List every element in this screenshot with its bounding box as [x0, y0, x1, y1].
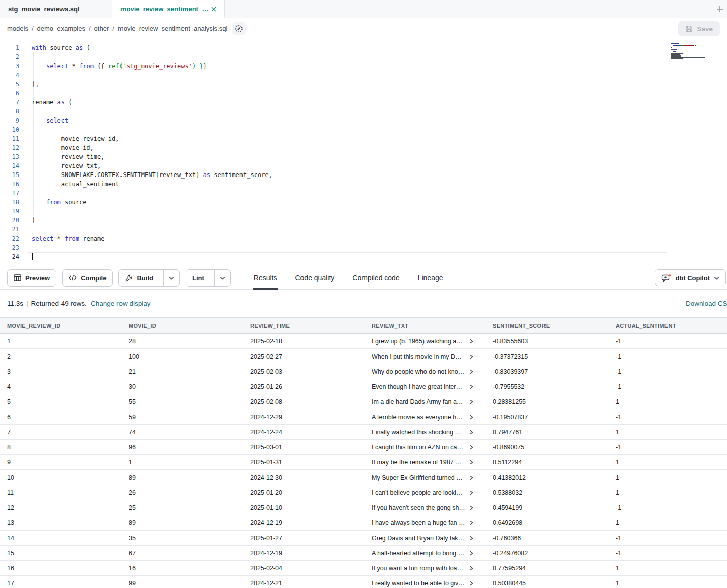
- line-number: 18: [0, 198, 19, 207]
- editor-code-lines[interactable]: with source as ( select * from {{ ref('s…: [32, 43, 272, 261]
- expand-review-icon[interactable]: [469, 430, 474, 435]
- code-line[interactable]: review_txt,: [32, 161, 272, 170]
- cell: 2025-02-18: [243, 338, 365, 345]
- expand-review-icon[interactable]: [469, 505, 474, 510]
- download-csv-link[interactable]: Download CSV: [686, 300, 727, 307]
- query-status: 11.3s | Returned 49 rows.: [7, 300, 87, 307]
- code-line[interactable]: [32, 107, 272, 116]
- line-number: 23: [0, 243, 19, 252]
- code-line[interactable]: select * from rename: [32, 234, 272, 243]
- cell: 35: [122, 535, 243, 542]
- code-line[interactable]: from source: [32, 198, 272, 207]
- cell: -0.760366: [486, 535, 609, 542]
- cell: 67: [122, 550, 243, 557]
- code-line[interactable]: select * from {{ ref('stg_movie_reviews'…: [32, 62, 272, 71]
- column-header: MOVIE_ID: [122, 323, 243, 329]
- text-cursor: [32, 253, 33, 260]
- editor-minimap[interactable]: [671, 43, 708, 68]
- tab-code-quality[interactable]: Code quality: [295, 266, 334, 290]
- breadcrumb-bar: models / demo_examples / other / movie_r…: [0, 18, 727, 39]
- breadcrumb-item-other: other: [94, 25, 109, 32]
- expand-review-icon[interactable]: [469, 460, 474, 465]
- dbt-copilot-button[interactable]: dbt Copilot: [655, 269, 726, 286]
- expand-review-icon[interactable]: [469, 369, 474, 374]
- breadcrumb-item-demo-examples: demo_examples: [37, 25, 85, 32]
- change-row-display-link[interactable]: Change row display: [91, 300, 151, 307]
- cell: 1: [609, 459, 727, 466]
- cell: 2024-12-19: [243, 550, 365, 557]
- expand-review-icon[interactable]: [469, 339, 474, 344]
- review-txt-cell: Greg Davis and Bryan Daly take some …: [365, 535, 486, 542]
- expand-review-icon[interactable]: [469, 490, 474, 495]
- code-line[interactable]: [32, 225, 272, 234]
- close-icon[interactable]: [211, 7, 216, 12]
- code-line[interactable]: [32, 207, 272, 216]
- code-line[interactable]: [32, 243, 272, 252]
- code-line[interactable]: SNOWFLAKE.CORTEX.SENTIMENT(review_txt) a…: [32, 170, 272, 180]
- tab-results[interactable]: Results: [254, 266, 277, 290]
- expand-review-icon[interactable]: [469, 399, 474, 404]
- results-status-row: 11.3s | Returned 49 rows. Change row dis…: [0, 290, 727, 317]
- expand-review-icon[interactable]: [469, 566, 474, 571]
- expand-review-icon[interactable]: [469, 354, 474, 359]
- lint-options-caret[interactable]: [214, 270, 230, 286]
- expand-review-icon[interactable]: [469, 415, 474, 420]
- lint-button[interactable]: Lint: [186, 270, 210, 286]
- build-options-caret[interactable]: [163, 270, 179, 286]
- line-number: 8: [0, 107, 19, 116]
- tab-compiled-code[interactable]: Compiled code: [352, 266, 399, 290]
- code-line[interactable]: review_time,: [32, 152, 272, 161]
- review-text: I can't believe people are looking for a…: [372, 489, 465, 496]
- code-line[interactable]: select: [32, 116, 272, 125]
- new-tab-button[interactable]: [712, 0, 727, 18]
- code-editor[interactable]: 123456789101112131415161718192021222324 …: [0, 39, 727, 266]
- tab-movie-review-sentiment[interactable]: movie_review_sentiment_…: [112, 0, 225, 18]
- build-button[interactable]: Build: [119, 270, 159, 286]
- code-line[interactable]: [32, 252, 272, 261]
- tab-stg-movie-reviews[interactable]: stg_movie_reviews.sql: [0, 0, 112, 18]
- cell: -1: [609, 338, 727, 345]
- line-number: 11: [0, 134, 19, 143]
- compile-button[interactable]: Compile: [62, 269, 113, 287]
- cell: 2025-02-08: [243, 398, 365, 405]
- code-line[interactable]: actual_sentiment: [32, 180, 272, 189]
- expand-review-icon[interactable]: [469, 445, 474, 450]
- line-number: 19: [0, 207, 19, 216]
- save-button[interactable]: Save: [678, 21, 720, 36]
- code-line[interactable]: [32, 52, 272, 62]
- table-row: 16162025-02-04If you want a fun romp wit…: [0, 561, 727, 576]
- table-row: 6592024-12-29A terrible movie as everyon…: [0, 409, 727, 425]
- table-row: 7742024-12-24Finally watched this shocki…: [0, 425, 727, 440]
- code-line[interactable]: ),: [32, 80, 272, 89]
- code-line[interactable]: ): [32, 216, 272, 225]
- preview-button[interactable]: Preview: [7, 269, 56, 287]
- code-line[interactable]: movie_id,: [32, 143, 272, 152]
- review-txt-cell: I really wanted to be able to give this …: [365, 580, 486, 587]
- table-row: 15672024-12-19A half-hearted attempt to …: [0, 546, 727, 561]
- table-row: 3212025-02-03Why do people who do not kn…: [0, 364, 727, 379]
- expand-review-icon[interactable]: [469, 475, 474, 480]
- expand-review-icon[interactable]: [469, 551, 474, 556]
- expand-review-icon[interactable]: [469, 581, 474, 586]
- cell: 21: [122, 368, 243, 375]
- explore-button[interactable]: [232, 22, 246, 35]
- tab-lineage[interactable]: Lineage: [418, 266, 443, 290]
- column-header: SENTIMENT_SCORE: [486, 323, 609, 329]
- code-line[interactable]: with source as (: [32, 43, 272, 52]
- breadcrumb-separator: /: [112, 25, 114, 32]
- results-tab-strip: Results Code quality Compiled code Linea…: [245, 266, 452, 290]
- code-line[interactable]: rename as (: [32, 98, 272, 107]
- expand-review-icon[interactable]: [469, 520, 474, 525]
- expand-review-icon[interactable]: [469, 384, 474, 389]
- code-line[interactable]: [32, 189, 272, 198]
- expand-review-icon[interactable]: [469, 536, 474, 541]
- code-line[interactable]: [32, 71, 272, 80]
- cell: 0.4594199: [486, 504, 609, 511]
- cell: 0.5388032: [486, 489, 609, 496]
- tab-code-quality-label: Code quality: [295, 274, 334, 282]
- cell: 1: [609, 398, 727, 405]
- code-line[interactable]: [32, 125, 272, 134]
- cell: -1: [609, 444, 727, 451]
- code-line[interactable]: movie_review_id,: [32, 134, 272, 143]
- code-line[interactable]: [32, 89, 272, 98]
